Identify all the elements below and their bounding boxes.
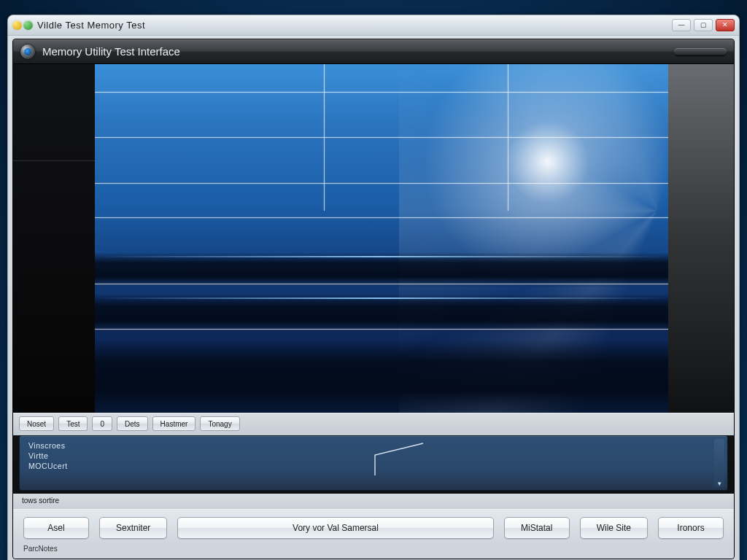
- tab-strip: Noset Test 0 Dets Hastmer Tonagy: [13, 413, 734, 435]
- button-label: Vory vor Val Samersal: [293, 523, 379, 533]
- right-gutter: [668, 64, 734, 413]
- app-header-title: Memory Utility Test Interface: [42, 45, 180, 58]
- button-bar: Asel Sextniter Vory vor Val Samersal MiS…: [13, 509, 734, 545]
- titlebar: Vildle Test Memory Test — ▢ ✕: [8, 15, 739, 36]
- window-title: Vildle Test Memory Test: [37, 20, 145, 31]
- sextniter-button[interactable]: Sextniter: [99, 517, 167, 539]
- status-label: tows sortire: [22, 497, 59, 505]
- tab-label: Dets: [125, 420, 140, 428]
- close-button[interactable]: ✕: [716, 19, 735, 31]
- footer-label: ParcNotes: [23, 545, 58, 553]
- tab-test[interactable]: Test: [58, 416, 88, 431]
- tab-label: Tonagy: [208, 420, 231, 428]
- info-line-3: MOCUcert: [28, 461, 719, 471]
- maximize-button[interactable]: ▢: [694, 19, 713, 31]
- app-frame: Memory Utility Test Interface: [12, 39, 735, 559]
- app-icon-1: [12, 20, 22, 30]
- viewport-row: [13, 64, 734, 413]
- header-accent-strip: [674, 48, 727, 55]
- status-line: tows sortire: [13, 494, 734, 509]
- info-scrollbar[interactable]: [714, 439, 724, 487]
- test-viewport[interactable]: [95, 64, 668, 413]
- tab-label: 0: [100, 420, 104, 428]
- left-gutter: [13, 64, 95, 413]
- button-label: Ironors: [677, 523, 704, 533]
- tab-zero[interactable]: 0: [92, 416, 112, 431]
- tab-label: Test: [66, 420, 80, 428]
- wile-site-button[interactable]: Wile Site: [580, 517, 648, 539]
- tab-label: Hastmer: [160, 420, 188, 428]
- asel-button[interactable]: Asel: [23, 517, 89, 539]
- button-label: Asel: [47, 523, 64, 533]
- info-line-2: Virtte: [28, 451, 719, 461]
- button-label: MiStatal: [521, 523, 552, 533]
- app-window: Vildle Test Memory Test — ▢ ✕ Memory Uti…: [7, 15, 740, 560]
- tab-dets[interactable]: Dets: [117, 416, 148, 431]
- tab-tonagy[interactable]: Tonagy: [200, 416, 239, 431]
- close-icon: ✕: [722, 22, 728, 28]
- app-icons: [12, 20, 33, 30]
- tab-hastmer[interactable]: Hastmer: [152, 416, 196, 431]
- app-logo-icon: [20, 44, 35, 59]
- ironors-button[interactable]: Ironors: [658, 517, 724, 539]
- test-grid: [95, 64, 668, 413]
- button-label: Wile Site: [597, 523, 631, 533]
- maximize-icon: ▢: [700, 22, 707, 28]
- mistatal-button[interactable]: MiStatal: [504, 517, 570, 539]
- minimize-icon: —: [678, 22, 685, 28]
- button-label: Sextniter: [116, 523, 150, 533]
- footer-line: ParcNotes: [13, 545, 734, 559]
- memory-test-canvas: [95, 64, 668, 413]
- samersal-button[interactable]: Vory vor Val Samersal: [177, 517, 493, 539]
- info-line-1: Vinscroes: [28, 440, 719, 451]
- minimize-button[interactable]: —: [672, 19, 691, 31]
- tab-noset[interactable]: Noset: [19, 416, 54, 431]
- window-controls: — ▢ ✕: [672, 19, 735, 31]
- info-panel: Vinscroes Virtte MOCUcert: [19, 435, 728, 491]
- tab-label: Noset: [27, 420, 46, 428]
- app-header: Memory Utility Test Interface: [13, 39, 734, 64]
- app-icon-2: [23, 20, 33, 30]
